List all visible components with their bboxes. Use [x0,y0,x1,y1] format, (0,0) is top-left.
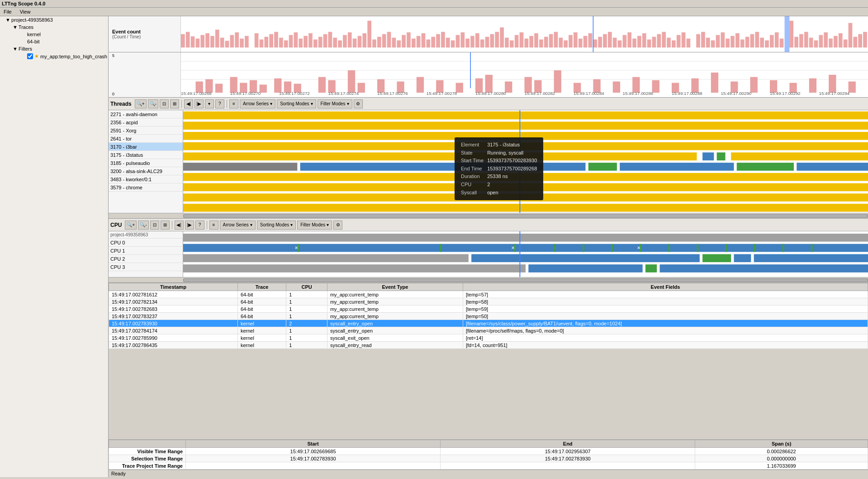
svg-rect-85 [603,34,607,48]
trace-project-range-span: 1.167033699 [695,462,868,470]
cpu-info[interactable]: ? [195,221,204,230]
cpu-sorting[interactable]: Sorting Modes ▾ [257,221,296,230]
svg-rect-141 [196,81,203,93]
events-table[interactable]: Timestamp Trace CPU Event Type Event Fie… [109,283,868,439]
cpu-row-1[interactable]: CPU 1 [109,247,183,255]
thread-row-3579[interactable]: 3579 - chrome [109,183,183,192]
cpu-prev[interactable]: ◀| [175,221,184,230]
menu-view[interactable]: View [18,9,33,15]
svg-rect-57 [465,38,470,47]
event-cell-5-2: 1 [286,327,327,334]
col-trace[interactable]: Trace [237,283,286,291]
arrow-series-dropdown[interactable]: Arrow Series ▾ [240,99,275,108]
cpu-chart[interactable]: ✕ ✕ ✕ [183,231,868,277]
cpu-arrow-series[interactable]: Arrow Series ▾ [220,221,256,230]
col-cpu[interactable]: CPU [286,283,327,291]
svg-rect-155 [377,79,384,93]
thread-row-3200[interactable]: 3200 - alsa-sink-ALC29 [109,167,183,175]
cpu-filter[interactable]: Filter Modes ▾ [297,221,332,230]
cpu-hscroll[interactable] [109,277,868,282]
cpu-zoom-sel[interactable]: ⊡ [150,221,159,230]
svg-rect-153 [348,70,355,93]
sorting-modes-dropdown[interactable]: Sorting Modes ▾ [277,99,316,108]
svg-rect-161 [485,75,493,93]
svg-text:15:49:17.00292: 15:49:17.00292 [770,91,801,96]
menu-file[interactable]: File [2,9,14,15]
next-event-button[interactable]: |▶ [194,99,204,108]
svg-text:✕: ✕ [637,245,640,250]
thread-row-2271[interactable]: 2271 - avahi-daemon [109,110,183,118]
info-button[interactable]: ? [215,99,224,108]
svg-rect-63 [495,32,499,48]
reset-zoom-button[interactable]: ⊞ [170,99,179,108]
list-button[interactable]: ≡ [229,99,238,108]
sidebar-filter-item[interactable]: ★ my_app:temp_too_high_crash [11,52,108,60]
event-cell-0-3: my_app:current_temp [327,291,463,298]
thread-row-2641[interactable]: 2641 - tor [109,135,183,143]
thread-row-3170[interactable]: 3170 - i3bar [109,143,183,151]
svg-rect-105 [706,38,710,47]
main-layout: ▼ project-499358963 ▼ Traces kernel 64-b… [0,16,868,477]
event-row-0[interactable]: 15:49:17.00278161264-bit1my_app:current_… [109,291,868,298]
col-timestamp[interactable]: Timestamp [109,283,238,291]
cpu-row-3[interactable]: CPU 3 [109,263,183,271]
col-event-type[interactable]: Event Type [327,283,463,291]
dropdown-arrow-button[interactable]: ▾ [205,99,214,108]
svg-rect-103 [696,34,700,48]
zoom-in-button[interactable]: 🔍+ [135,99,147,108]
svg-rect-197 [183,122,868,130]
thread-row-2591[interactable]: 2591 - Xorg [109,127,183,135]
sidebar-project[interactable]: ▼ project-499358963 [0,16,108,23]
thread-row-3175[interactable]: 3175 - i3status [109,151,183,159]
thread-row-3185[interactable]: 3185 - pulseaudio [109,159,183,167]
cpu-row-0[interactable]: CPU 0 [109,239,183,247]
event-row-5[interactable]: 15:49:17.002784174kernel1syscall_entry_o… [109,327,868,334]
sidebar-traces[interactable]: ▼ Traces [11,23,108,31]
svg-rect-167 [593,79,600,93]
svg-rect-15 [260,39,264,47]
event-row-3[interactable]: 15:49:17.00278323764-bit1my_app:current_… [109,313,868,320]
settings-button[interactable]: ⚙ [354,99,363,108]
sidebar-64bit[interactable]: 64-bit [11,38,108,45]
threads-hscroll[interactable] [109,213,868,218]
event-row-1[interactable]: 15:49:17.00278213464-bit1my_app:current_… [109,298,868,305]
event-row-7[interactable]: 15:49:17.002786435kernel1syscall_entry_r… [109,342,868,349]
event-row-2[interactable]: 15:49:17.00278268364-bit1my_app:current_… [109,305,868,313]
cpu-chart-svg: ✕ ✕ ✕ [183,231,868,277]
cpu-zoom-in[interactable]: 🔍+ [125,221,137,230]
threads-chart[interactable]: Element3175 - i3status StateRunning, sys… [183,110,868,213]
svg-rect-8 [220,38,224,47]
col-event-fields[interactable]: Event Fields [463,283,868,291]
cpu-content: project-499358963 CPU 0 CPU 1 CPU 2 CPU … [109,231,868,277]
filter-modes-dropdown[interactable]: Filter Modes ▾ [318,99,352,108]
svg-rect-179 [829,75,836,93]
event-cell-7-4: [fd=14, count=951] [463,342,868,349]
svg-rect-110 [730,36,735,47]
cpu-reset[interactable]: ⊞ [161,221,170,230]
zoom-selection-button[interactable]: ⊡ [160,99,169,108]
svg-rect-3 [196,38,200,47]
svg-rect-203 [731,152,868,160]
svg-rect-169 [632,77,640,93]
sidebar-kernel[interactable]: kernel [11,31,108,38]
cpu-row-2[interactable]: CPU 2 [109,255,183,263]
sidebar-filters[interactable]: ▼ Filters [11,45,108,52]
svg-rect-89 [623,35,627,47]
prev-event-button[interactable]: ◀| [184,99,193,108]
svg-rect-67 [515,35,519,47]
cpu-settings[interactable]: ⚙ [333,221,342,230]
filter-checkbox[interactable] [27,53,33,59]
event-cell-5-1: kernel [237,327,286,334]
cpu-list[interactable]: ≡ [209,221,218,230]
thread-row-2356[interactable]: 2356 - acpid [109,118,183,127]
y-max: 5 [112,53,114,58]
cpu-next[interactable]: |▶ [185,221,194,230]
svg-rect-211 [183,183,868,191]
cpu-zoom-out[interactable]: 🔍- [138,221,148,230]
zoom-out-button[interactable]: 🔍- [148,99,158,108]
thread-row-3483[interactable]: 3483 - kworker/0:1 [109,175,183,183]
svg-rect-27 [318,37,323,47]
svg-rect-13 [245,36,249,47]
event-row-6[interactable]: 15:49:17.002785990kernel1syscall_exit_op… [109,334,868,342]
event-row-4[interactable]: 15:49:17.002783930kernel2syscall_entry_o… [109,320,868,327]
